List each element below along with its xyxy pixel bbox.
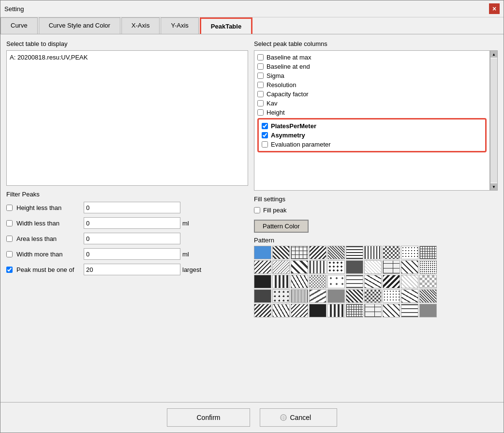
col-baseline-max-checkbox[interactable] [257, 54, 264, 60]
col-asymmetry-checkbox[interactable] [262, 132, 268, 138]
tab-x-axis[interactable]: X-Axis [121, 17, 160, 34]
pattern-color-button[interactable]: Pattern Color [254, 220, 309, 233]
col-plates-per-meter: PlatesPerMeter [262, 121, 482, 131]
col-baseline-end-checkbox[interactable] [257, 63, 264, 70]
pattern-cell-40[interactable] [254, 304, 271, 317]
width-more-input[interactable]: 0 [84, 248, 180, 260]
pattern-cell-18[interactable] [401, 260, 418, 274]
width-more-checkbox[interactable] [6, 251, 13, 257]
height-less-input[interactable]: 0 [84, 202, 180, 213]
cancel-button[interactable]: 中 Cancel [260, 408, 337, 427]
pattern-cell-2[interactable] [291, 246, 308, 259]
pattern-cell-16[interactable] [364, 260, 382, 274]
col-height: Height [257, 108, 487, 117]
tab-curve-style[interactable]: Curve Style and Color [39, 17, 120, 34]
pattern-cell-27[interactable] [383, 275, 400, 288]
height-less-checkbox[interactable] [6, 205, 13, 211]
pattern-cell-14[interactable] [327, 260, 345, 274]
pattern-cell-49[interactable] [419, 304, 437, 317]
pattern-cell-35[interactable] [346, 289, 363, 303]
col-capacity-factor-checkbox[interactable] [257, 91, 264, 97]
tab-curve[interactable]: Curve [0, 17, 38, 34]
bottom-bar: Confirm 中 Cancel [0, 402, 504, 433]
pattern-cell-48[interactable] [401, 304, 418, 317]
pattern-cell-21[interactable] [272, 275, 290, 288]
pattern-cell-34[interactable] [327, 289, 345, 303]
cancel-label: Cancel [290, 414, 311, 421]
columns-list: Baseline at max Baseline at end Sigma [254, 50, 490, 191]
pattern-cell-46[interactable] [364, 304, 382, 317]
col-kav-checkbox[interactable] [257, 100, 264, 106]
pattern-cell-9[interactable] [419, 246, 437, 259]
right-panel: Select peak table columns Baseline at ma… [254, 40, 498, 396]
pattern-cell-5[interactable] [346, 246, 363, 259]
width-less-label: Width less than [6, 220, 84, 227]
pattern-cell-23[interactable] [309, 275, 326, 288]
pattern-cell-36[interactable] [364, 289, 382, 303]
pattern-cell-10[interactable] [254, 260, 271, 274]
pattern-cell-13[interactable] [309, 260, 326, 274]
col-resolution-checkbox[interactable] [257, 82, 264, 88]
col-sigma: Sigma [257, 71, 487, 80]
pattern-cell-43[interactable] [309, 304, 326, 317]
pattern-cell-39[interactable] [419, 289, 437, 303]
tab-y-axis[interactable]: Y-Axis [161, 17, 198, 34]
pattern-cell-3[interactable] [309, 246, 326, 259]
scroll-up[interactable]: ▲ [490, 51, 497, 58]
pattern-cell-22[interactable] [291, 275, 308, 288]
pattern-cell-8[interactable] [401, 246, 418, 259]
col-sigma-checkbox[interactable] [257, 73, 264, 79]
width-less-checkbox[interactable] [6, 220, 13, 226]
pattern-cell-15[interactable] [346, 260, 363, 274]
table-item[interactable]: A: 20200818.resu:UV,PEAK [9, 53, 246, 62]
pattern-cell-24[interactable] [327, 275, 345, 288]
peak-must-input[interactable]: 20 [84, 264, 180, 275]
pattern-cell-29[interactable] [419, 275, 437, 288]
pattern-cell-4[interactable] [327, 246, 345, 259]
top-section: Select table to display A: 20200818.resu… [6, 40, 498, 396]
pattern-cell-45[interactable] [346, 304, 363, 317]
peak-must-checkbox[interactable] [6, 267, 13, 273]
scroll-track: ▲ ▼ [490, 50, 498, 191]
pattern-cell-38[interactable] [401, 289, 418, 303]
left-panel: Select table to display A: 20200818.resu… [6, 40, 248, 396]
pattern-cell-33[interactable] [309, 289, 326, 303]
pattern-cell-25[interactable] [346, 275, 363, 288]
fill-peak-checkbox[interactable] [254, 207, 260, 213]
pattern-cell-17[interactable] [383, 260, 400, 274]
pattern-cell-26[interactable] [364, 275, 382, 288]
area-less-checkbox[interactable] [6, 236, 13, 242]
col-plates-per-meter-checkbox[interactable] [262, 123, 268, 129]
pattern-cell-32[interactable] [291, 289, 308, 303]
pattern-cell-31[interactable] [272, 289, 290, 303]
col-height-checkbox[interactable] [257, 109, 264, 116]
pattern-cell-0[interactable] [254, 246, 271, 259]
highlighted-columns-box: PlatesPerMeter Asymmetry Evaluation para… [257, 118, 487, 152]
area-less-input[interactable]: 0 [84, 233, 180, 244]
close-button[interactable]: × [489, 3, 500, 14]
pattern-cell-12[interactable] [291, 260, 308, 274]
confirm-button[interactable]: Confirm [167, 408, 250, 427]
fill-peak-row: Fill peak [254, 207, 498, 214]
width-less-input[interactable]: 0 [84, 217, 180, 229]
columns-scroll-wrapper: Baseline at max Baseline at end Sigma [254, 50, 498, 191]
pattern-cell-1[interactable] [272, 246, 290, 259]
pattern-cell-47[interactable] [383, 304, 400, 317]
dialog-title: Setting [4, 5, 24, 13]
pattern-cell-42[interactable] [291, 304, 308, 317]
scroll-down[interactable]: ▼ [490, 183, 497, 190]
pattern-cell-37[interactable] [383, 289, 400, 303]
pattern-cell-19[interactable] [419, 260, 437, 274]
pattern-cell-6[interactable] [364, 246, 382, 259]
pattern-cell-7[interactable] [383, 246, 400, 259]
filter-row-width-less: Width less than 0 ml [6, 217, 248, 229]
pattern-cell-11[interactable] [272, 260, 290, 274]
tab-peak-table[interactable]: PeakTable [200, 17, 252, 34]
pattern-cell-28[interactable] [401, 275, 418, 288]
pattern-cell-20[interactable] [254, 275, 271, 288]
pattern-cell-44[interactable] [327, 304, 345, 317]
pattern-cell-41[interactable] [272, 304, 290, 317]
pattern-cell-30[interactable] [254, 289, 271, 303]
cancel-icon: 中 [280, 414, 287, 421]
col-eval-param-checkbox[interactable] [262, 141, 268, 148]
